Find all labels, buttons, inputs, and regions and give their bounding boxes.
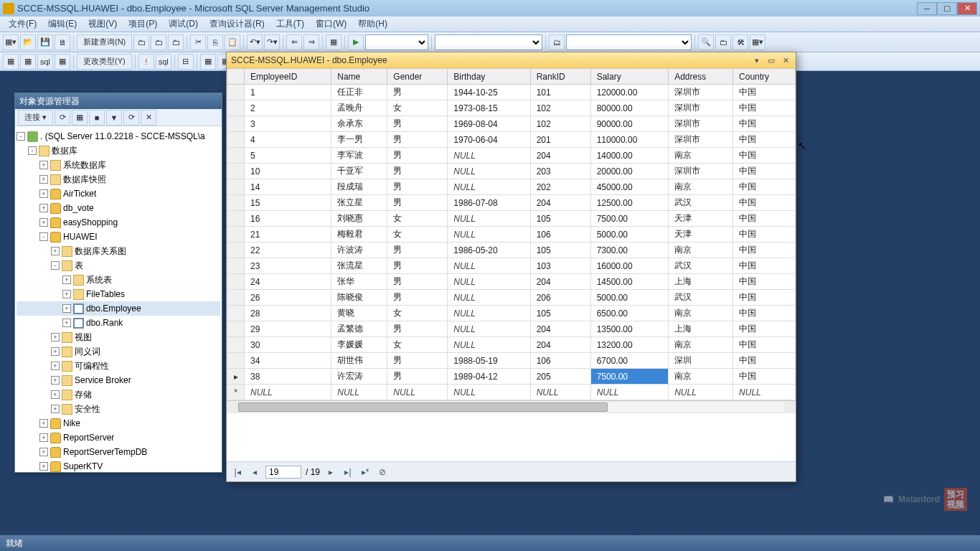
tree-node[interactable]: +可编程性 (17, 359, 220, 373)
cell[interactable]: 204 (530, 274, 590, 290)
expander-icon[interactable]: - (39, 232, 48, 241)
execute-icon[interactable]: ! (138, 54, 154, 70)
tree-node[interactable]: +安全性 (17, 402, 220, 416)
cell[interactable]: 深圳市 (669, 116, 733, 132)
cell[interactable]: NULL (448, 290, 530, 306)
expander-icon[interactable]: + (51, 362, 60, 370)
table-row[interactable]: 3余承东男1969-08-0410290000.00深圳市中国 (227, 116, 796, 132)
cell[interactable]: 105 (530, 211, 590, 227)
tree-node[interactable]: +同义词 (17, 344, 220, 359)
cell[interactable]: NULL (448, 337, 530, 353)
oe-filter-icon[interactable]: ▼ (106, 110, 122, 126)
cell[interactable]: 余承东 (331, 116, 387, 132)
cell[interactable]: 7500.00 (590, 369, 669, 385)
cell[interactable]: 1 (245, 85, 331, 100)
cell[interactable]: 武汉 (669, 195, 733, 211)
cell[interactable]: 张立星 (331, 195, 387, 211)
expander-icon[interactable]: + (39, 419, 48, 428)
cell[interactable]: 深圳市 (669, 132, 733, 148)
expander-icon[interactable]: + (39, 175, 48, 184)
object-explorer-tree[interactable]: -. (SQL Server 11.0.2218 - SCCE-MSSQL\a-… (15, 126, 222, 472)
menu-item[interactable]: 帮助(H) (352, 17, 393, 32)
tb-icon-5[interactable]: 🗂 (549, 34, 565, 50)
cell[interactable]: 205 (530, 369, 590, 385)
cell[interactable]: 男 (387, 242, 448, 258)
cell[interactable]: 胡世伟 (331, 353, 387, 369)
cell[interactable]: 黄晓 (331, 306, 387, 321)
cell[interactable]: 孟繁德 (331, 321, 387, 337)
maximize-button[interactable]: ▢ (937, 2, 957, 15)
column-header[interactable]: Gender (387, 69, 448, 85)
expander-icon[interactable]: - (51, 261, 60, 270)
cell[interactable]: 段成瑞 (331, 179, 387, 195)
cell[interactable]: 5 (245, 148, 331, 164)
cell[interactable]: 14000.00 (590, 148, 669, 164)
verify-sql-icon[interactable]: sql (156, 54, 171, 70)
cell[interactable]: 许波涛 (331, 242, 387, 258)
new-query-button[interactable]: 新建查询(N) (77, 34, 132, 50)
cell[interactable]: 天津 (669, 227, 733, 242)
table-row[interactable]: 10干亚军男NULL20320000.00深圳市中国 (227, 164, 796, 179)
cell[interactable]: 干亚军 (331, 164, 387, 179)
cell[interactable]: 204 (530, 195, 590, 211)
cell[interactable]: NULL (448, 164, 530, 179)
table-row[interactable]: 16刘晓惠女NULL1057500.00天津中国 (227, 211, 796, 227)
cell[interactable]: 206 (530, 290, 590, 306)
table-row[interactable]: 5李军波男NULL20414000.00南京中国 (227, 148, 796, 164)
cell[interactable]: 南京 (669, 369, 733, 385)
cell[interactable]: 李媛媛 (331, 337, 387, 353)
cell[interactable]: 10 (245, 164, 331, 179)
cell[interactable]: NULL (448, 211, 530, 227)
cell[interactable]: 7500.00 (590, 211, 669, 227)
oe-refresh-icon[interactable]: ⟳ (55, 110, 70, 126)
column-header[interactable]: Name (331, 69, 387, 85)
column-header[interactable]: Address (669, 69, 733, 85)
cell[interactable]: 5000.00 (590, 290, 669, 306)
cell[interactable]: 南京 (669, 306, 733, 321)
oe-icon-3[interactable]: ✕ (141, 110, 156, 126)
redo-icon[interactable]: ↷▾ (264, 34, 280, 50)
cell[interactable]: 南京 (669, 148, 733, 164)
cell[interactable]: NULL (448, 385, 530, 400)
tree-node[interactable]: +ReportServer (17, 430, 220, 445)
cell[interactable]: 101 (530, 85, 590, 100)
cell[interactable]: 1944-10-25 (448, 85, 530, 100)
tb-icon-3[interactable]: 🗀 (168, 34, 184, 50)
nav-fwd-icon[interactable]: ⇒ (303, 34, 319, 50)
solution-combo[interactable] (435, 34, 542, 50)
expander-icon[interactable]: + (62, 276, 71, 284)
cell[interactable]: 105 (530, 306, 590, 321)
cell[interactable]: 1986-07-08 (448, 195, 530, 211)
cell[interactable]: 203 (530, 164, 590, 179)
expander-icon[interactable]: + (62, 290, 71, 298)
cell[interactable]: 女 (387, 306, 448, 321)
cell[interactable]: NULL (448, 321, 530, 337)
cell[interactable]: 6700.00 (590, 353, 669, 369)
tree-node[interactable]: +dbo.Rank (17, 316, 220, 330)
expander-icon[interactable]: - (28, 146, 37, 155)
cell[interactable]: 孟晚舟 (331, 100, 387, 116)
cell[interactable]: 16000.00 (590, 258, 669, 274)
cell[interactable]: NULL (448, 179, 530, 195)
table-row[interactable]: 1任正非男1944-10-25101120000.00深圳市中国 (227, 85, 796, 100)
cell[interactable]: 26 (245, 290, 331, 306)
cell[interactable]: 120000.00 (590, 85, 669, 100)
cell[interactable]: 38 (245, 369, 331, 385)
cell[interactable]: 29 (245, 321, 331, 337)
cell[interactable]: 男 (387, 321, 448, 337)
cell[interactable]: 男 (387, 132, 448, 148)
cell[interactable]: 1970-06-04 (448, 132, 530, 148)
tb-icon-6[interactable]: 🔍 (698, 34, 714, 50)
cell[interactable]: 上海 (669, 321, 733, 337)
column-header[interactable]: Country (733, 69, 796, 85)
cell[interactable]: 201 (530, 132, 590, 148)
cell[interactable]: 男 (387, 164, 448, 179)
doc-close-icon[interactable]: ✕ (780, 55, 791, 65)
expander-icon[interactable]: + (39, 204, 48, 212)
expander-icon[interactable]: + (62, 304, 71, 313)
cell[interactable]: 张华 (331, 274, 387, 290)
cell[interactable]: 女 (387, 337, 448, 353)
expander-icon[interactable]: + (51, 347, 60, 356)
cell[interactable]: 中国 (733, 195, 796, 211)
qd-icon-4[interactable]: ⊟ (178, 54, 194, 70)
